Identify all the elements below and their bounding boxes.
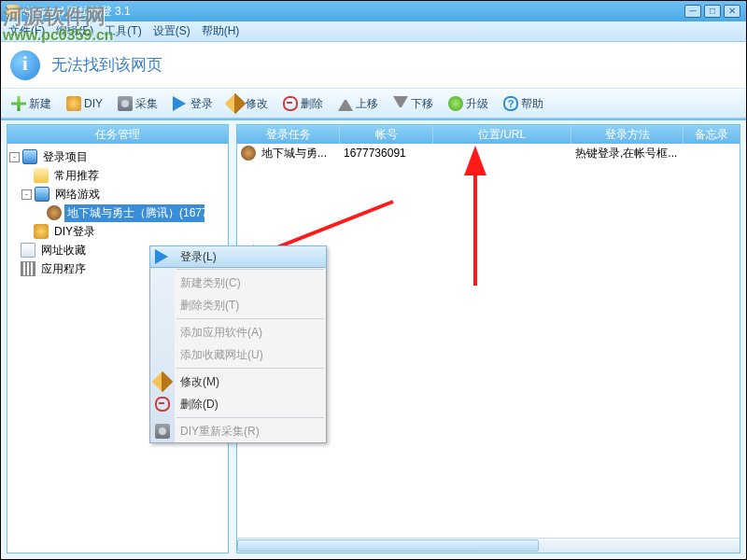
ctx-new-category: 新建类别(C) [150,272,326,294]
separator [176,417,324,418]
tree-recommend[interactable]: 常用推荐 [9,166,226,185]
context-menu: 登录(L) 新建类别(C) 删除类别(T) 添加应用软件(A) 添加收藏网址(U… [149,245,327,443]
add-icon [11,96,26,111]
minimize-button[interactable]: ─ [684,5,701,18]
scrollbar-thumb[interactable] [237,539,539,552]
separator [176,269,324,270]
tb-diy[interactable]: DIY [60,92,109,115]
ctx-modify[interactable]: 修改(M) [150,371,326,393]
play-icon [173,96,188,111]
collapse-icon[interactable]: - [21,189,32,200]
apps-icon [21,261,35,276]
play-icon [155,249,170,264]
toolbar: 新建 DIY 采集 登录 修改 删除 上移 下移 升级 ?帮助 [1,89,746,119]
tb-help[interactable]: ?帮助 [497,92,550,116]
maximize-button[interactable]: □ [704,5,721,18]
tree-selected-game[interactable]: 地下城与勇士（腾讯）(16777 [9,203,226,222]
ctx-delete-category: 删除类别(T) [150,294,326,316]
project-icon [22,149,37,164]
menu-help[interactable]: 帮助(H) [196,21,246,41]
info-icon [10,50,40,80]
close-button[interactable]: ✕ [724,5,740,18]
col-task[interactable]: 登录任务 [237,125,340,144]
delete-icon [283,96,298,111]
diy-icon [66,96,81,111]
menubar: 文件(F) 编辑(E) 工具(T) 设置(S) 帮助(H) [1,21,746,42]
menu-file[interactable]: 文件(F) [3,21,50,41]
game-icon [241,146,256,161]
arrow-down-icon [393,96,408,111]
pencil-icon [225,93,247,115]
camera-icon [155,424,170,439]
titlebar: Alasend 阿拉神登 3.1 ─ □ ✕ [1,1,746,21]
info-text: 无法找到该网页 [51,54,162,76]
workarea: 任务管理 - 登录项目 常用推荐 - 网络游戏 [1,119,746,559]
arrow-up-icon [338,96,353,111]
folder-icon [34,168,49,183]
tb-login[interactable]: 登录 [166,92,219,116]
page-icon [21,243,35,258]
col-url[interactable]: 位置/URL [433,125,571,144]
tb-upgrade[interactable]: 升级 [442,92,495,116]
left-pane-header: 任务管理 [7,125,228,144]
tb-down[interactable]: 下移 [387,92,440,116]
ctx-diy-recollect: DIY重新采集(R) [150,420,326,442]
menu-settings[interactable]: 设置(S) [148,21,196,41]
annotation-arrow-right [449,155,505,298]
camera-icon [118,96,133,111]
tb-collect[interactable]: 采集 [111,92,164,116]
tb-up[interactable]: 上移 [331,92,385,116]
upgrade-icon [448,96,463,111]
tree-diy[interactable]: DIY登录 [9,222,226,241]
horizontal-scrollbar[interactable] [237,538,740,553]
ctx-delete[interactable]: 删除(D) [150,393,326,415]
diy-icon [34,224,49,239]
tree-root[interactable]: - 登录项目 [9,147,226,166]
tb-modify[interactable]: 修改 [221,92,275,116]
window-title: Alasend 阿拉神登 3.1 [23,4,131,20]
help-icon: ? [503,96,518,111]
separator [176,318,324,319]
column-headers: 登录任务 帐号 位置/URL 登录方法 备忘录 [237,125,740,144]
game-icon [47,205,62,220]
ctx-add-app: 添加应用软件(A) [150,321,326,343]
monitor-icon [35,187,49,202]
menu-tools[interactable]: 工具(T) [99,21,147,41]
app-icon [7,5,20,18]
tb-delete[interactable]: 删除 [276,92,330,116]
menu-edit[interactable]: 编辑(E) [50,21,99,41]
collapse-icon[interactable]: - [9,152,20,162]
separator [176,368,324,369]
col-account[interactable]: 帐号 [340,125,433,144]
delete-icon [155,397,170,412]
info-banner: 无法找到该网页 [1,42,746,89]
col-memo[interactable]: 备忘录 [684,125,740,144]
ctx-add-fav: 添加收藏网址(U) [150,343,326,366]
ctx-login[interactable]: 登录(L) [149,245,327,268]
col-method[interactable]: 登录方法 [571,125,684,144]
pencil-icon [152,371,174,393]
tree-netgame[interactable]: - 网络游戏 [9,185,226,203]
tb-new[interactable]: 新建 [5,92,58,116]
